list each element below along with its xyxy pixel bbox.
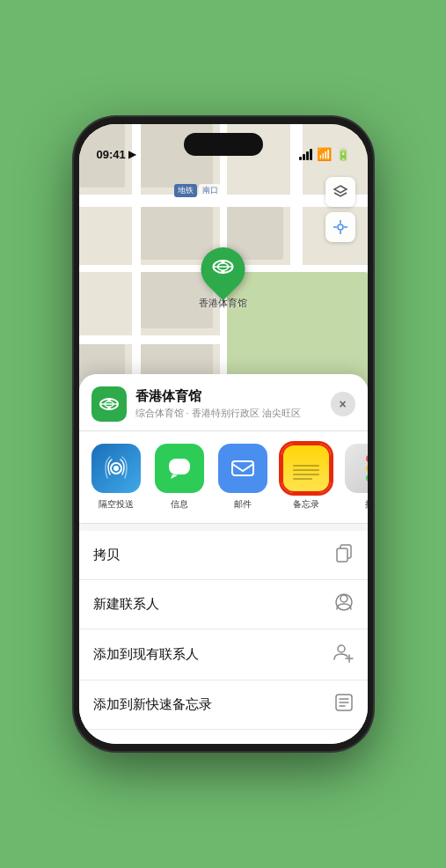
station-badge: 地铁 xyxy=(174,184,197,197)
action-add-existing-label: 添加到现有联系人 xyxy=(93,646,199,663)
venue-subtitle: 综合体育馆 · 香港特别行政区 油尖旺区 xyxy=(135,407,331,420)
station-label: 地铁 南口 xyxy=(174,184,222,197)
messages-icon xyxy=(155,444,204,493)
marker-icon xyxy=(212,255,235,283)
notes-line-2 xyxy=(293,469,319,471)
person-add-icon xyxy=(333,642,354,667)
time-display: 09:41 xyxy=(97,148,126,161)
svg-point-16 xyxy=(113,466,119,471)
more-dots xyxy=(366,455,368,482)
marker-pin xyxy=(192,239,254,301)
share-mail[interactable]: 邮件 xyxy=(216,444,269,511)
status-icons: 📶 🔋 xyxy=(299,147,350,161)
svg-rect-18 xyxy=(232,461,253,475)
map-layers-button[interactable] xyxy=(325,177,355,207)
action-add-existing[interactable]: 添加到现有联系人 xyxy=(79,629,368,680)
sheet-header: 香港体育馆 综合体育馆 · 香港特别行政区 油尖旺区 × xyxy=(79,374,368,431)
action-print[interactable]: 打印 xyxy=(79,730,368,744)
memo-icon xyxy=(334,693,354,717)
action-copy-label: 拷贝 xyxy=(93,547,120,563)
svg-point-23 xyxy=(338,645,345,652)
svg-rect-17 xyxy=(169,459,190,474)
svg-point-21 xyxy=(340,595,347,602)
action-quick-note-label: 添加到新快速备忘录 xyxy=(93,696,212,713)
svg-rect-3 xyxy=(222,261,225,263)
venue-icon xyxy=(91,386,127,422)
station-name: 南口 xyxy=(199,184,222,197)
map-green-area xyxy=(227,272,368,386)
more-dot-green xyxy=(366,474,368,482)
phone-screen: 09:41 ▶ 📶 🔋 xyxy=(79,124,368,744)
location-icon: ▶ xyxy=(128,149,135,160)
signal-bar-1 xyxy=(299,157,302,160)
stadium-marker: 香港体育馆 xyxy=(199,247,247,310)
signal-bar-4 xyxy=(310,149,312,160)
action-list: 拷贝 新建联系人 xyxy=(79,531,368,744)
share-messages[interactable]: 信息 xyxy=(153,444,206,511)
copy-icon xyxy=(334,543,354,567)
venue-info: 香港体育馆 综合体育馆 · 香港特别行政区 油尖旺区 xyxy=(135,388,331,420)
signal-bars-icon xyxy=(299,148,312,160)
signal-bar-2 xyxy=(303,154,305,160)
messages-label: 信息 xyxy=(171,498,188,511)
action-copy[interactable]: 拷贝 xyxy=(79,531,368,580)
notes-label: 备忘录 xyxy=(293,498,319,511)
person-icon xyxy=(334,592,354,616)
more-dot-yellow xyxy=(366,465,368,472)
airdrop-label: 隔空投送 xyxy=(99,498,134,511)
share-row: 隔空投送 信息 xyxy=(79,431,368,524)
svg-rect-4 xyxy=(222,270,225,273)
notes-line-3 xyxy=(293,474,319,475)
more-label: 提 xyxy=(365,498,368,511)
svg-point-5 xyxy=(338,224,343,230)
mail-icon xyxy=(218,444,267,493)
wifi-icon: 📶 xyxy=(317,147,332,161)
share-airdrop[interactable]: 隔空投送 xyxy=(90,444,143,511)
signal-bar-3 xyxy=(306,151,309,160)
dynamic-island xyxy=(184,133,263,156)
action-new-contact[interactable]: 新建联系人 xyxy=(79,580,368,629)
notes-line-4 xyxy=(293,478,312,480)
airdrop-icon xyxy=(91,444,141,493)
action-quick-note[interactable]: 添加到新快速备忘录 xyxy=(79,680,368,730)
svg-rect-13 xyxy=(107,399,111,401)
phone-frame: 09:41 ▶ 📶 🔋 xyxy=(74,117,373,751)
location-button[interactable] xyxy=(325,212,355,242)
status-time: 09:41 ▶ xyxy=(97,148,135,161)
close-button[interactable]: × xyxy=(331,392,355,416)
more-dot-red xyxy=(366,455,368,462)
share-more[interactable]: 提 xyxy=(343,444,368,511)
battery-icon: 🔋 xyxy=(336,148,350,161)
share-notes[interactable]: 备忘录 xyxy=(280,444,333,511)
venue-name: 香港体育馆 xyxy=(135,388,331,405)
svg-rect-14 xyxy=(107,408,111,410)
bottom-sheet: 香港体育馆 综合体育馆 · 香港特别行政区 油尖旺区 × xyxy=(79,374,368,744)
notes-lines-decoration xyxy=(293,458,319,480)
mail-label: 邮件 xyxy=(234,498,252,511)
svg-rect-20 xyxy=(337,548,347,562)
action-new-contact-label: 新建联系人 xyxy=(93,596,159,613)
more-icon xyxy=(345,444,368,493)
notes-icon xyxy=(281,444,331,493)
print-icon xyxy=(334,742,354,744)
notes-line-1 xyxy=(293,465,319,467)
